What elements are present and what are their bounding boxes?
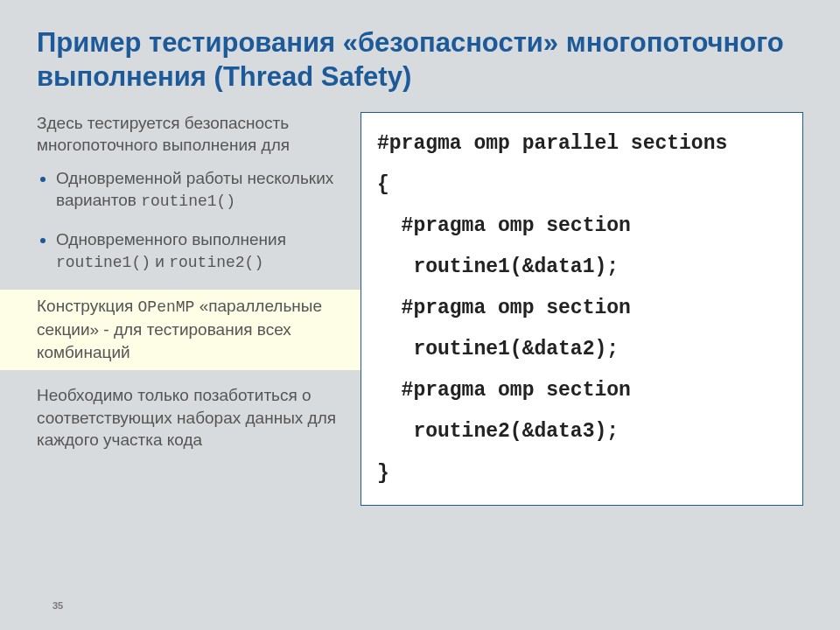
right-column: #pragma omp parallel sections { #pragma …: [360, 112, 803, 506]
slide: Пример тестирования «безопасности» много…: [0, 0, 840, 630]
bullet-item: Одновременного выполнения routine1() и r…: [56, 228, 343, 274]
page-number: 35: [52, 600, 63, 611]
bullet-text: Одновременного выполнения: [56, 230, 286, 248]
bullet-text: и: [150, 252, 169, 270]
note-text: Необходимо только позаботиться о соответ…: [37, 384, 343, 452]
content-columns: Здесь тестируется безопасность многопото…: [37, 112, 803, 506]
slide-title: Пример тестирования «безопасности» много…: [37, 26, 803, 94]
code-inline: routine1(): [56, 254, 150, 271]
code-inline: OPenMP: [138, 298, 195, 316]
code-block: #pragma omp parallel sections { #pragma …: [360, 112, 803, 506]
intro-text: Здесь тестируется безопасность многопото…: [37, 112, 343, 157]
code-inline: routine1(): [141, 192, 235, 210]
left-column: Здесь тестируется безопасность многопото…: [37, 112, 343, 452]
bullet-list: Одновременной работы нескольких варианто…: [37, 167, 343, 274]
highlight-box: Конструкция OPenMP «параллельные секции»…: [0, 290, 369, 370]
highlight-text: Конструкция: [37, 297, 138, 315]
code-inline: routine2(): [169, 254, 263, 271]
bullet-item: Одновременной работы нескольких варианто…: [56, 167, 343, 213]
